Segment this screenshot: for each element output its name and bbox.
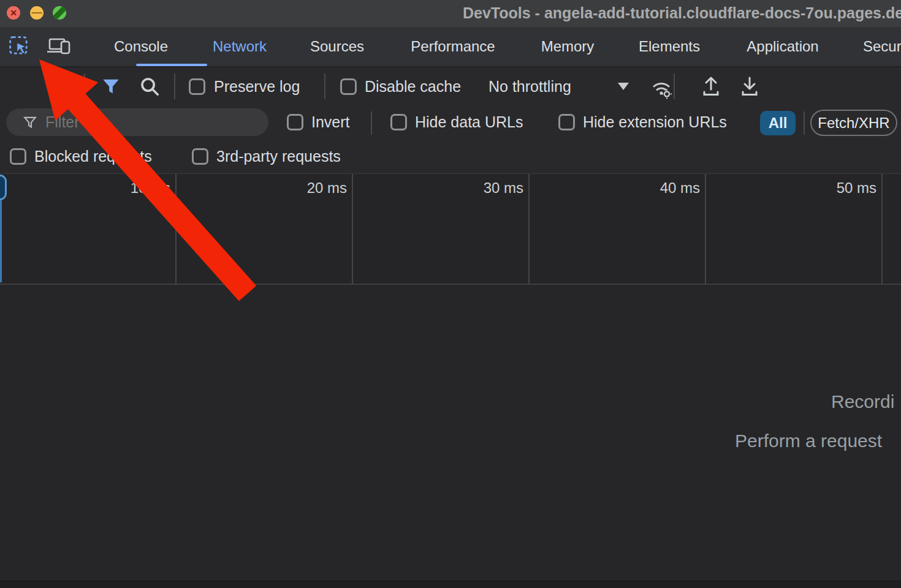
filter-row-separator — [804, 111, 805, 135]
toggle-device-toolbar-button[interactable] — [47, 34, 71, 59]
network-request-list-empty-area: Recordi Perform a request — [0, 285, 901, 588]
hide-data-urls-checkbox[interactable] — [390, 114, 407, 130]
filter-row-separator — [371, 111, 372, 135]
upload-icon — [699, 74, 723, 99]
tab-elements[interactable]: Elements — [639, 38, 700, 55]
download-icon — [738, 74, 761, 99]
tab-memory[interactable]: Memory — [541, 38, 595, 55]
timeline-gridline — [352, 174, 353, 284]
blocked-requests-label: Blocked requests — [34, 148, 152, 165]
timeline-gridline — [881, 174, 883, 284]
timeline-tick-label: 30 ms — [444, 179, 523, 197]
tab-sources[interactable]: Sources — [310, 38, 364, 55]
filter-toggle-button[interactable] — [99, 74, 123, 99]
close-window-icon[interactable]: ✕ — [7, 6, 20, 20]
tab-security[interactable]: Security — [863, 38, 901, 55]
blocked-requests-checkbox[interactable] — [10, 148, 26, 165]
tab-application[interactable]: Application — [747, 38, 818, 55]
timeline-gridline — [528, 174, 530, 284]
selected-tab-underline — [136, 64, 207, 66]
wifi-gear-icon — [648, 74, 675, 100]
tab-console[interactable]: Console — [114, 38, 168, 55]
tabbar-separator — [85, 36, 86, 59]
zoom-window-icon[interactable] — [53, 6, 66, 20]
filter-funnel-icon — [101, 76, 121, 97]
tab-performance[interactable]: Performance — [411, 38, 495, 55]
toolbar-separator — [174, 74, 175, 99]
hide-data-urls-label: Hide data URLs — [415, 113, 523, 131]
device-toolbar-icon — [47, 36, 71, 57]
inspect-icon — [9, 36, 31, 58]
minimize-window-icon[interactable]: — — [30, 6, 44, 20]
preserve-log-label: Preserve log — [214, 78, 300, 96]
disable-cache-checkbox[interactable] — [340, 78, 357, 95]
filter-input-funnel-icon — [22, 115, 38, 130]
network-overview-timeline[interactable]: 10 ms 20 ms 30 ms 40 ms 50 ms — [0, 173, 901, 285]
export-har-button[interactable] — [737, 74, 762, 99]
timeline-gridline — [175, 174, 177, 284]
network-options-row: Blocked requests 3rd-party requests — [0, 140, 901, 173]
preserve-log-checkbox[interactable] — [189, 78, 205, 95]
timeline-drag-handle[interactable] — [0, 175, 7, 200]
third-party-requests-label: 3rd-party requests — [216, 148, 341, 165]
empty-state-hint-text: Perform a request — [735, 431, 882, 451]
network-filter-row: Invert Hide data URLs Hide extension URL… — [0, 106, 901, 140]
search-button[interactable] — [137, 74, 162, 99]
network-toolbar: Preserve log Disable cache No throttling — [0, 67, 901, 106]
window-titlebar: ✕ — DevTools - angela-add-tutorial.cloud… — [0, 0, 901, 27]
hide-extension-urls-label: Hide extension URLs — [583, 113, 727, 131]
disable-cache-label: Disable cache — [365, 78, 461, 96]
invert-label: Invert — [311, 113, 350, 131]
inspect-element-button[interactable] — [7, 34, 32, 59]
filter-input-container[interactable] — [6, 108, 268, 136]
search-icon — [139, 75, 161, 97]
timeline-gridline — [705, 174, 706, 284]
hide-extension-urls-checkbox[interactable] — [558, 114, 575, 130]
timeline-tick-label: 50 ms — [797, 179, 876, 197]
bottom-edge-strip — [0, 581, 901, 588]
timeline-tick-label: 20 ms — [267, 179, 347, 197]
empty-state-recording-text: Recordi — [831, 391, 894, 412]
request-type-fetch-xhr-button[interactable]: Fetch/XHR — [810, 110, 897, 136]
zoom-slash-glyph — [53, 6, 66, 20]
toolbar-separator — [84, 74, 85, 99]
toolbar-separator — [324, 74, 325, 99]
throttling-caret-icon[interactable] — [618, 83, 629, 90]
filter-input[interactable] — [44, 113, 243, 132]
window-title: DevTools - angela-add-tutorial.cloudflar… — [463, 4, 901, 22]
third-party-requests-checkbox[interactable] — [192, 148, 208, 165]
network-conditions-button[interactable] — [647, 73, 675, 101]
devtools-tabbar: Console Network Sources Performance Memo… — [0, 27, 901, 67]
timeline-tick-label: 40 ms — [620, 179, 700, 197]
request-type-all-button[interactable]: All — [760, 111, 796, 135]
toolbar-separator — [674, 74, 675, 99]
throttling-select-value[interactable]: No throttling — [489, 78, 571, 96]
import-har-button[interactable] — [699, 74, 723, 99]
tab-network[interactable]: Network — [213, 38, 267, 55]
timeline-tick-label: 10 ms — [91, 179, 170, 197]
invert-checkbox[interactable] — [287, 114, 303, 130]
